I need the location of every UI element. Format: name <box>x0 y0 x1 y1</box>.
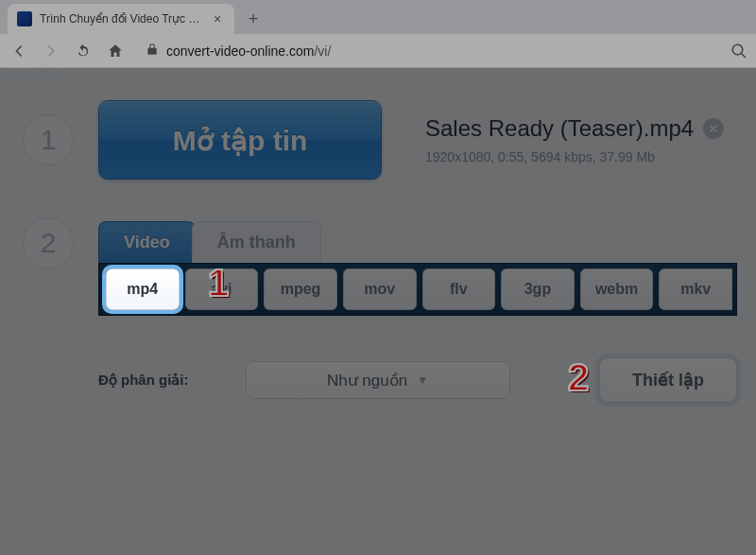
tab-video[interactable]: Video <box>98 221 196 263</box>
format-mp4[interactable]: mp4 <box>106 269 180 310</box>
step-2-section: 2 Video Âm thanh mp4 avi mpeg mov flv 3g… <box>0 212 756 441</box>
tab-audio[interactable]: Âm thanh <box>192 221 321 263</box>
open-file-button[interactable]: Mở tập tin <box>98 100 382 180</box>
browser-window: Trình Chuyển đổi Video Trực tuyến × + co… <box>0 0 756 555</box>
format-avi[interactable]: avi <box>185 269 259 310</box>
new-tab-button[interactable]: + <box>240 6 266 32</box>
format-flv[interactable]: flv <box>422 269 496 310</box>
arrow-left-icon <box>10 43 27 60</box>
chevron-down-icon: ▼ <box>417 373 428 387</box>
format-3gp[interactable]: 3gp <box>501 269 575 310</box>
zoom-button[interactable] <box>730 42 748 61</box>
format-mkv[interactable]: mkv <box>659 269 732 310</box>
resolution-label: Độ phân giải: <box>98 372 189 389</box>
format-webm[interactable]: webm <box>580 269 654 310</box>
reload-button[interactable] <box>72 40 94 62</box>
forward-button[interactable] <box>40 40 62 62</box>
close-icon <box>708 123 719 134</box>
tab-strip: Trình Chuyển đổi Video Trực tuyến × + <box>0 0 756 34</box>
address-bar[interactable]: convert-video-online.com/vi/ <box>136 43 720 59</box>
file-meta: 1920x1080, 0:55, 5694 kbps, 37.99 Mb <box>425 149 737 165</box>
step-1-section: 1 Mở tập tin Sales Ready (Teaser).mp4 19… <box>0 68 756 212</box>
home-button[interactable] <box>104 40 127 62</box>
tab-title: Trình Chuyển đổi Video Trực tuyến <box>40 12 202 26</box>
lock-icon <box>146 43 159 59</box>
home-icon <box>107 43 124 60</box>
browser-tab[interactable]: Trình Chuyển đổi Video Trực tuyến × <box>8 4 234 34</box>
step-number-1: 1 <box>23 114 74 165</box>
format-mov[interactable]: mov <box>343 269 417 310</box>
page-content: 1 Mở tập tin Sales Ready (Teaser).mp4 19… <box>0 68 756 555</box>
remove-file-button[interactable] <box>703 118 724 139</box>
favicon-icon <box>17 11 32 26</box>
tab-close-button[interactable]: × <box>210 11 225 26</box>
output-type-tabs: Video Âm thanh <box>98 217 737 263</box>
resolution-row: Độ phân giải: Như nguồn 1920x1080 ▼ Thiế… <box>98 357 737 403</box>
file-info: Sales Ready (Teaser).mp4 1920x1080, 0:55… <box>406 115 737 165</box>
resolution-value: Như nguồn <box>327 371 407 390</box>
arrow-right-icon <box>43 43 60 60</box>
back-button[interactable] <box>8 40 30 62</box>
browser-toolbar: convert-video-online.com/vi/ <box>0 34 756 68</box>
file-name: Sales Ready (Teaser).mp4 <box>425 115 694 142</box>
url-path: /vi/ <box>314 43 331 59</box>
settings-button[interactable]: Thiết lập <box>599 357 737 403</box>
format-mpeg[interactable]: mpeg <box>264 269 337 310</box>
format-bar: mp4 avi mpeg mov flv 3gp webm mkv <box>98 263 737 316</box>
step-number-2: 2 <box>23 217 74 269</box>
magnifier-icon <box>730 43 747 60</box>
resolution-select[interactable]: Như nguồn 1920x1080 ▼ <box>246 361 510 399</box>
reload-icon <box>75 43 92 60</box>
url-domain: convert-video-online.com <box>166 43 314 59</box>
